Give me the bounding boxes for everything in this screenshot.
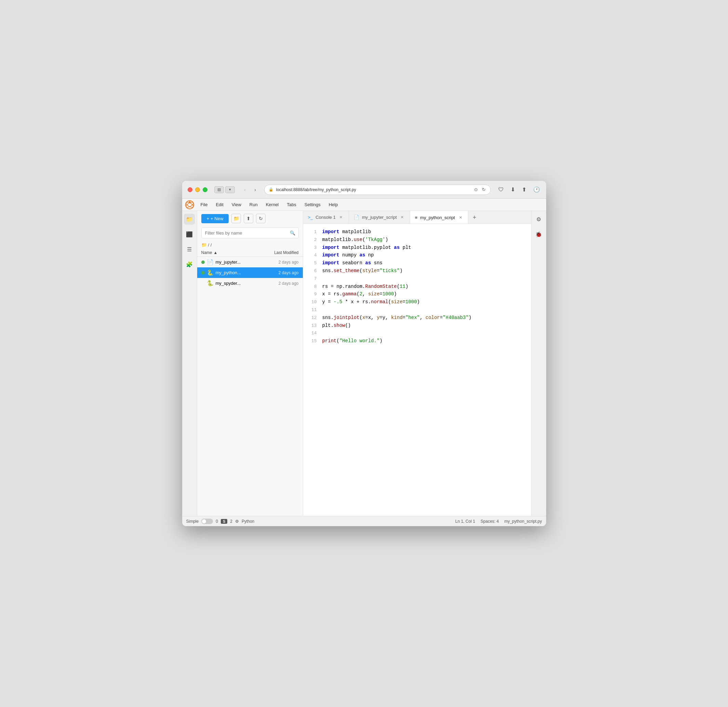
dropdown-button[interactable]: ▾ [225,187,235,193]
refresh-files-button[interactable]: ↻ [256,214,266,223]
search-input[interactable] [201,227,299,238]
code-line: 9 x = rs.gamma(2, size=1000) [303,290,531,298]
code-line: 13 plt.show() [303,322,531,330]
lock-icon: 🔒 [269,187,273,192]
zero-label: 0 [216,519,218,524]
list-item[interactable]: 🐍 my_python... 2 days ago [197,267,303,278]
settings-cog-icon[interactable]: ⚙ [533,214,544,225]
address-bar[interactable]: 🔒 localhost:8888/lab/tree/my_python_scri… [264,185,491,195]
code-line: 4 import numpy as np [303,251,531,259]
tab-python[interactable]: ≡ my_python_script ✕ [410,211,468,224]
code-line: 14 [303,329,531,337]
menu-tabs[interactable]: Tabs [283,201,299,208]
status-dot [201,260,205,264]
tab-label: my_python_script [420,215,455,220]
file-name: my_jupyter... [216,259,279,265]
breadcrumb: 📁 / / [197,241,303,249]
minimize-button[interactable] [195,187,200,192]
menu-settings[interactable]: Settings [301,201,324,208]
refresh-icon[interactable]: ↻ [481,187,486,193]
upload-icon: ⬆ [246,216,250,221]
statusbar-left: Simple 0 S 2 ⚙ Python [186,519,255,524]
python-file-icon: 🐍 [207,269,214,276]
address-actions: ⊙ ↻ [473,187,486,193]
new-tab-button[interactable]: + [468,211,481,224]
code-line: 5 import seaborn as sns [303,259,531,267]
upload-button[interactable]: ⬆ [244,214,253,223]
file-modified: 2 days ago [279,260,299,265]
tab-console1[interactable]: >_ Console 1 ✕ [303,211,349,224]
status-dot [201,271,205,275]
python-label: Python [242,519,254,524]
menu-view[interactable]: View [228,201,245,208]
list-item[interactable]: 🐍 my_spyder... 2 days ago [197,278,303,289]
traffic-lights [188,187,208,192]
chevron-down-icon: ▾ [229,187,231,192]
bookmark-icon[interactable]: ⊙ [473,187,478,193]
menu-help[interactable]: Help [325,201,341,208]
spyder-file-icon: 🐍 [207,280,214,286]
breadcrumb-text: / / [208,242,212,247]
console-icon: >_ [308,215,313,220]
tab-label: Console 1 [315,215,336,220]
file-list-header: Name ▲ Last Modified [197,249,303,257]
jupyter-tab-icon: 📄 [354,215,359,220]
file-name: my_spyder... [216,280,279,286]
python-tab-icon: ≡ [415,215,417,220]
list-icon[interactable]: ☰ [184,244,195,255]
left-sidebar: 📁 ⬛ ☰ 🧩 [182,211,197,516]
tab-label: my_jupyter_script [362,215,397,220]
folder-plus-icon: 📁 [233,216,239,221]
refresh-icon: ↻ [259,216,263,221]
code-line: 2 matplotlib.use('TkAgg') [303,236,531,244]
tab-close-button[interactable]: ✕ [458,215,463,221]
debug-icon[interactable]: 🐞 [533,229,544,240]
sidebar-icon: ▤ [217,187,221,192]
search-icon: 🔍 [290,230,295,236]
file-modified: 2 days ago [279,270,299,275]
forward-button[interactable]: › [250,186,260,194]
menu-kernel[interactable]: Kernel [263,201,282,208]
titlebar-right-icons: 🛡 ⬇ ⬆ 🕐 [498,186,541,194]
menu-edit[interactable]: Edit [212,201,227,208]
spaces-label: Spaces: 4 [481,519,499,524]
new-button[interactable]: + + New [201,214,229,223]
code-line: 6 sns.set_theme(style="ticks") [303,267,531,275]
share-icon[interactable]: ⬆ [521,186,527,194]
file-modified: 2 days ago [279,281,299,286]
tab-close-button[interactable]: ✕ [400,215,405,220]
sidebar-toggle-button[interactable]: ▤ [214,187,224,193]
svg-point-3 [189,201,191,203]
search-box: 🔍 [201,227,299,238]
tab-jupyter[interactable]: 📄 my_jupyter_script ✕ [349,211,410,224]
code-line: 7 [303,275,531,283]
kernel-icon: ⚙ [235,519,239,524]
shield-icon[interactable]: 🛡 [498,186,504,194]
plus-icon: + [207,216,209,221]
code-line: 12 sns.jointplot(x=x, y=y, kind="hex", c… [303,314,531,322]
tab-close-button[interactable]: ✕ [338,215,344,220]
running-icon[interactable]: ⬛ [184,229,195,240]
code-line: 11 [303,306,531,314]
sort-name-button[interactable]: Name ▲ [201,250,274,255]
mode-toggle[interactable] [201,519,213,524]
download-icon[interactable]: ⬇ [510,186,516,194]
titlebar: ▤ ▾ ‹ › 🔒 localhost:8888/lab/tree/my_pyt… [182,181,546,199]
menu-file[interactable]: File [197,201,211,208]
statusbar: Simple 0 S 2 ⚙ Python Ln 1, Col 1 Spaces… [182,516,546,526]
menu-run[interactable]: Run [246,201,261,208]
toggle-knob [202,519,206,523]
folder-icon: 📁 [201,242,207,247]
history-icon[interactable]: 🕐 [533,186,541,194]
extensions-icon[interactable]: 🧩 [184,259,195,270]
back-button[interactable]: ‹ [240,186,250,194]
sort-asc-icon: ▲ [214,250,218,255]
file-list: 📄 my_jupyter... 2 days ago 🐍 my_python..… [197,257,303,516]
maximize-button[interactable] [203,187,208,192]
code-editor[interactable]: 1 import matplotlib 2 matplotlib.use('Tk… [303,224,531,516]
new-folder-button[interactable]: 📁 [231,214,241,223]
close-button[interactable] [188,187,192,192]
list-item[interactable]: 📄 my_jupyter... 2 days ago [197,257,303,267]
files-icon[interactable]: 📁 [184,214,195,225]
filename-label: my_python_script.py [504,519,542,524]
